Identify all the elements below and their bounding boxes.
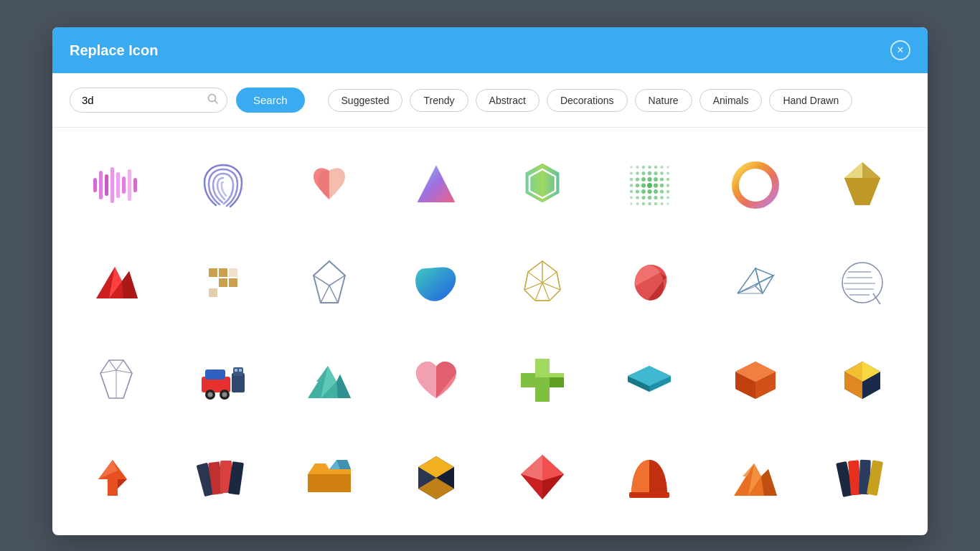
pixel-pattern-icon[interactable] [176,240,270,326]
svg-point-19 [641,171,645,175]
car-building-icon[interactable] [176,337,270,423]
modal-close-button[interactable]: × [890,40,910,60]
mountain-red-icon[interactable] [70,240,163,326]
icons-area[interactable] [52,128,928,535]
filter-chip-trendy[interactable]: Trendy [410,89,468,112]
svg-point-23 [666,171,669,174]
box-3d-icon[interactable] [816,337,909,423]
svg-point-20 [647,171,651,175]
filter-chip-nature[interactable]: Nature [635,89,692,112]
crystal-outline-icon[interactable] [70,337,163,423]
svg-point-49 [654,196,657,199]
diamond-red-icon[interactable] [496,435,589,521]
polygon-geo-icon[interactable] [496,240,589,326]
svg-point-24 [629,178,632,181]
mountain-orange-icon[interactable] [709,435,802,521]
arch-orange-icon[interactable] [603,435,696,521]
svg-point-40 [641,189,646,194]
search-input[interactable] [70,88,227,113]
cross-3d-icon[interactable] [496,337,589,423]
origami-bird-icon[interactable] [709,240,802,326]
fingerprint-icon[interactable] [176,142,270,228]
svg-point-35 [653,183,657,187]
icons-grid [70,142,910,521]
svg-point-11 [636,166,639,169]
svg-rect-8 [128,169,131,201]
books-dark-icon[interactable] [176,435,270,521]
svg-point-28 [654,177,658,182]
svg-rect-64 [209,288,217,297]
books-navy-icon[interactable] [816,435,909,521]
svg-rect-7 [122,176,126,194]
svg-point-45 [629,196,632,199]
search-button[interactable]: Search [236,88,305,113]
filter-chips: SuggestedTrendyAbstractDecorationsNature… [328,89,853,112]
svg-rect-81 [235,369,237,372]
svg-point-53 [636,202,639,205]
filter-chip-decorations[interactable]: Decorations [547,89,628,112]
svg-rect-3 [99,171,103,199]
svg-rect-9 [133,178,137,192]
replace-icon-modal: Replace Icon × Search SuggestedTrendyAbs… [52,27,928,535]
svg-rect-82 [239,369,242,372]
svg-point-39 [635,189,639,193]
heart-3d-icon[interactable] [390,337,483,423]
filter-chip-hand-drawn[interactable]: Hand Drawn [769,89,852,112]
svg-point-58 [666,202,669,205]
folder-colorful-icon[interactable] [283,435,376,521]
svg-point-43 [659,189,663,193]
svg-rect-74 [205,369,225,380]
svg-point-59 [735,165,776,205]
svg-point-27 [647,177,651,182]
svg-rect-4 [105,174,108,196]
svg-point-48 [647,196,651,199]
svg-point-76 [207,392,212,397]
layers-3d-icon[interactable] [603,337,696,423]
modal-title: Replace Icon [70,42,158,59]
svg-point-57 [660,202,663,205]
svg-point-36 [659,184,663,187]
svg-point-50 [660,196,664,199]
filter-chip-abstract[interactable]: Abstract [476,89,540,112]
filter-chip-suggested[interactable]: Suggested [328,89,403,112]
triangle-3d-icon[interactable] [390,142,483,228]
modal-header: Replace Icon × [52,27,928,73]
svg-point-54 [641,202,644,205]
svg-point-31 [629,184,633,187]
svg-point-42 [654,189,658,194]
svg-rect-61 [219,268,227,277]
svg-point-41 [647,189,651,194]
cube-orange-icon[interactable] [709,337,802,423]
mountain-teal-icon[interactable] [283,337,376,423]
svg-rect-79 [232,373,245,392]
leaf-lotus-icon[interactable] [283,142,376,228]
svg-point-12 [641,166,644,169]
shape-dark-icon[interactable] [390,435,483,521]
svg-point-22 [660,171,664,175]
circle-lines-icon[interactable] [816,240,909,326]
search-bar: Search SuggestedTrendyAbstractDecoration… [52,73,928,128]
stone-red-icon[interactable] [603,240,696,326]
svg-point-16 [666,166,669,169]
ring-gradient-icon[interactable] [709,142,802,228]
svg-point-14 [654,166,656,169]
dots-pattern-icon[interactable] [603,142,696,228]
arrow-orange-icon[interactable] [70,435,163,521]
svg-point-32 [635,184,639,187]
modal-body: Search SuggestedTrendyAbstractDecoration… [52,73,928,535]
svg-point-18 [636,171,639,175]
hexagon-gradient-icon[interactable] [496,142,589,228]
svg-line-1 [215,101,218,104]
diamond-3d-icon[interactable] [816,142,909,228]
gem-outline-icon[interactable] [283,240,376,326]
svg-point-38 [629,190,632,193]
soundwave-icon[interactable] [70,142,163,228]
filter-chip-animals[interactable]: Animals [699,89,763,112]
svg-point-55 [648,202,651,206]
search-input-wrap [70,88,227,113]
svg-point-21 [654,171,657,175]
blob-teal-icon[interactable] [390,240,483,326]
svg-rect-62 [219,278,227,287]
svg-point-47 [641,196,645,199]
svg-point-56 [654,202,656,205]
